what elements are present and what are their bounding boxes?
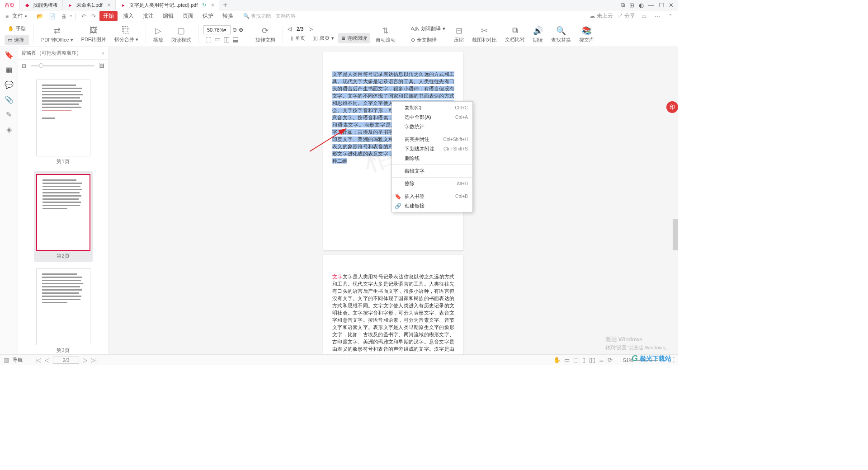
fit-icon[interactable]: ⬚ <box>573 357 579 363</box>
split-merge[interactable]: ⿻拆分合并 ▾ <box>112 25 141 44</box>
ctx-erase[interactable]: 擦除Alt+D <box>392 179 472 188</box>
minimize-icon[interactable]: — <box>648 2 654 9</box>
bookmark-icon[interactable]: 🔖 <box>5 51 14 59</box>
maximize-icon[interactable]: ☐ <box>659 2 664 9</box>
continuous-read[interactable]: ≣ 连续阅读 <box>338 33 370 43</box>
ctx-create-link[interactable]: 🔗创建链接 <box>392 201 472 211</box>
tab-current[interactable]: ▸文字是人类用符号记...pted).pdf↻× <box>116 0 220 10</box>
more-icon[interactable]: ⋯ <box>653 12 662 20</box>
doc-compare[interactable]: ⧉文档比对 <box>502 25 528 44</box>
menu-annotate[interactable]: 批注 <box>139 11 157 21</box>
rotate-icon[interactable]: ⟳ <box>608 357 613 363</box>
window-icon[interactable]: ▭ <box>640 12 648 20</box>
skin-icon[interactable]: ◐ <box>639 2 644 9</box>
redo-icon[interactable]: ↷ <box>90 12 98 20</box>
thumbnail-icon[interactable]: ▦ <box>5 66 12 74</box>
open-icon[interactable]: 📂 <box>35 12 45 20</box>
close-icon[interactable]: × <box>107 1 110 9</box>
print-icon[interactable]: 🖨 <box>59 12 68 20</box>
close-panel-icon[interactable]: × <box>102 51 104 56</box>
zoom-out-icon[interactable]: ⊖ <box>232 27 237 33</box>
nav-toggle-icon[interactable]: ▥ <box>4 357 9 363</box>
cloud-status[interactable]: ☁ 未上云 <box>590 12 613 20</box>
prev-page-icon[interactable]: ◁ <box>45 357 49 363</box>
ctx-highlight[interactable]: 高亮并附注Ctrl+Shift+H <box>392 135 472 144</box>
read-aloud[interactable]: 🔊朗读 <box>530 25 546 44</box>
doc-page-3[interactable]: 文字文字是人类用符号记录表达信息以传之久远的方式和工具。现代文字大多是记录语言的… <box>323 255 463 354</box>
next-page-icon[interactable]: ▷ <box>309 26 313 32</box>
single-page[interactable]: ▯ 单页 <box>288 33 308 43</box>
menu-start[interactable]: 开始 <box>99 11 118 21</box>
hand-tool[interactable]: ✋ 手型 <box>5 24 29 34</box>
thumb-page-2[interactable]: 第2页 <box>34 171 93 262</box>
menu-page[interactable]: 页面 <box>179 11 197 21</box>
zoom-value[interactable]: 50.78% ▾ <box>203 25 231 34</box>
thumb-settings-icon[interactable]: 🖼 <box>99 63 104 69</box>
wps-badge[interactable]: 印 <box>666 101 678 113</box>
pdf-to-image[interactable]: 🖼PDF转图片 <box>79 25 109 44</box>
rotate-doc[interactable]: ⟳旋转文档 <box>253 25 278 44</box>
search-library[interactable]: 📚搜文库 <box>576 25 597 44</box>
select-tool-icon[interactable]: ▭ <box>564 357 570 363</box>
compress[interactable]: ⊟压缩 <box>451 25 467 44</box>
file-menu[interactable]: 文件▾ <box>12 12 27 20</box>
undo-icon[interactable]: ↶ <box>80 12 88 20</box>
zoom-out-icon[interactable]: − <box>616 357 620 363</box>
share-button[interactable]: ↗ 分享 <box>618 12 635 20</box>
first-page-icon[interactable]: |◁ <box>35 357 41 363</box>
page-input[interactable] <box>293 26 307 32</box>
nav-label[interactable]: 导航 <box>13 357 23 363</box>
close-window-icon[interactable]: ✕ <box>669 2 674 9</box>
menu-edit[interactable]: 编辑 <box>159 11 177 21</box>
screenshot-compare[interactable]: ✂截图和对比 <box>469 25 500 44</box>
menu-icon[interactable]: ≡ <box>4 12 10 20</box>
expand-icon[interactable]: ⌃ <box>666 12 675 20</box>
read-mode[interactable]: ▢阅读模式 <box>169 25 194 44</box>
tab-unnamed[interactable]: ▸未命名1.pdf× <box>63 0 116 10</box>
ctx-underline[interactable]: 下划线并附注Ctrl+Shift+S <box>392 144 472 154</box>
signature-icon[interactable]: ✎ <box>6 110 12 119</box>
ctx-bookmark[interactable]: 🔖插入书签Ctrl+B <box>392 192 472 201</box>
ctx-edit-text[interactable]: 编辑文字 <box>392 166 472 176</box>
collapse-icon[interactable]: ⊟ <box>22 63 26 69</box>
cont-view-icon[interactable]: ≣ <box>599 357 604 363</box>
fit-height-icon[interactable]: ⬓ <box>232 35 239 43</box>
menu-protect[interactable]: 保护 <box>199 11 217 21</box>
search-box[interactable]: 🔍 查找功能、文档内容 <box>243 13 296 19</box>
dual-window-icon[interactable]: ⧉ <box>621 1 625 9</box>
comment-icon[interactable]: 💬 <box>5 80 14 89</box>
layers-icon[interactable]: ◈ <box>6 125 12 134</box>
fit-width-icon[interactable]: ⬚ <box>205 35 212 43</box>
prev-page-icon[interactable]: ◁ <box>288 26 292 32</box>
thumb-page-1[interactable]: 第1页 <box>34 77 93 168</box>
save-icon[interactable]: 📄 <box>47 12 57 20</box>
single-view-icon[interactable]: ▯ <box>582 357 585 363</box>
home-tab[interactable]: 首页 <box>0 0 19 10</box>
find-replace[interactable]: 🔍查找替换 <box>548 25 574 44</box>
page-indicator[interactable]: 2/3 <box>53 357 79 364</box>
dual-view-icon[interactable]: ▯▯ <box>589 357 595 363</box>
next-page-icon[interactable]: ▷ <box>83 357 87 363</box>
ctx-strikethrough[interactable]: 删除线 <box>392 154 472 163</box>
zoom-in-icon[interactable]: ⊕ <box>239 27 243 33</box>
ctx-word-count[interactable]: 字数统计 <box>392 122 472 132</box>
pdf-to-office[interactable]: ⇄PDF转Office ▾ <box>38 25 76 44</box>
actual-size-icon[interactable]: ◫ <box>223 35 230 43</box>
thumb-page-3[interactable]: 第3页 <box>34 266 93 354</box>
thumb-size-slider[interactable] <box>31 65 94 66</box>
menu-insert[interactable]: 插入 <box>119 11 137 21</box>
auto-scroll[interactable]: ⇅自动滚动 <box>373 25 398 44</box>
tab-template[interactable]: ◆找靓免模板 <box>19 0 63 10</box>
close-icon[interactable]: × <box>211 1 214 9</box>
word-translate[interactable]: Aあ 划词翻译▾ <box>408 24 448 34</box>
fit-page-icon[interactable]: ▭ <box>214 35 221 43</box>
select-tool[interactable]: ▭ 选择 <box>5 35 29 45</box>
menu-convert[interactable]: 转换 <box>219 11 237 21</box>
play-button[interactable]: ▷播放 <box>151 25 166 44</box>
ctx-copy[interactable]: 复制(C)Ctrl+C <box>392 103 472 113</box>
last-page-icon[interactable]: ▷| <box>91 357 97 363</box>
ctx-select-all[interactable]: 选中全部(A)Ctrl+A <box>392 113 472 122</box>
attachment-icon[interactable]: 📎 <box>5 95 14 104</box>
full-translate[interactable]: ⊕ 全文翻译 <box>408 35 448 45</box>
dual-page[interactable]: ▯▯ 双页▾ <box>309 33 337 43</box>
